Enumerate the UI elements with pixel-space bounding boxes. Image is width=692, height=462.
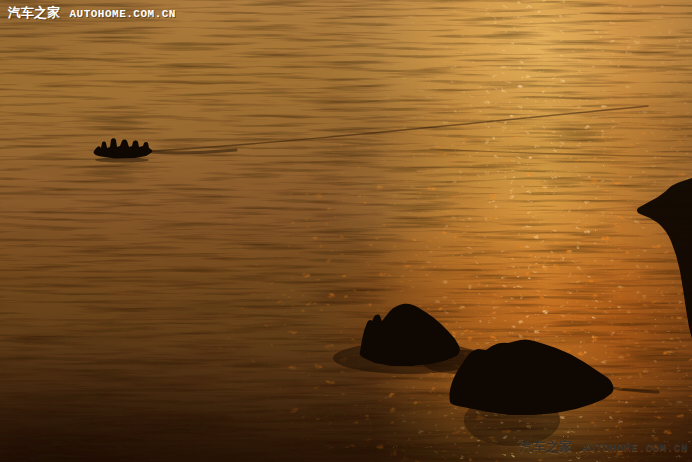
autohome-logo-text: 汽车之家	[520, 439, 572, 454]
sunset-sea-photo: 汽车之家 AUTOHOME.COM.CN 汽车之家 AUTOHOME.COM.C…	[0, 0, 692, 462]
watermark-bottom-right: 汽车之家 AUTOHOME.COM.CN	[520, 439, 688, 455]
autohome-logo-text: 汽车之家	[8, 5, 60, 20]
photo-overlay	[0, 0, 692, 462]
watermark-top-left: 汽车之家 AUTOHOME.COM.CN	[8, 5, 176, 21]
autohome-domain-text: AUTOHOME.COM.CN	[581, 442, 688, 454]
autohome-domain-text: AUTOHOME.COM.CN	[69, 8, 176, 20]
